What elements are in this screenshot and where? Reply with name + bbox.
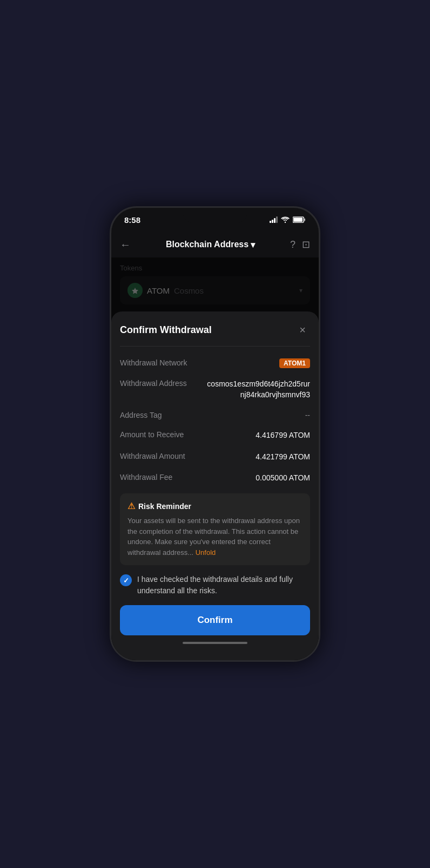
detail-value-fee: 0.005000 ATOM [256,473,310,484]
detail-label-withdrawal: Withdrawal Amount [120,452,185,460]
modal-title: Confirm Withdrawal [120,324,212,336]
nav-actions: ? ⊡ [290,239,310,250]
detail-row-fee: Withdrawal Fee 0.005000 ATOM [120,467,310,489]
battery-icon [293,216,306,223]
detail-value-receive: 4.416799 ATOM [256,430,310,441]
detail-label-tag: Address Tag [120,411,162,419]
risk-text: Your assets will be sent to the withdraw… [127,516,303,558]
scroll-content: Tokens ATOM Cosmos ▾ Withdrawal Network [111,257,319,662]
status-bar: 8:58 [111,208,319,232]
checkbox-check: ✓ [123,577,129,585]
detail-label-network: Withdrawal Network [120,358,187,367]
modal-header: Confirm Withdrawal × [120,322,310,337]
detail-label-address: Withdrawal Address [120,379,187,388]
scan-icon[interactable]: ⊡ [302,239,310,250]
modal-close-button[interactable]: × [295,322,310,337]
divider [120,346,310,347]
page-title: Blockchain Address ▾ [166,240,255,250]
detail-row-withdrawal: Withdrawal Amount 4.421799 ATOM [120,446,310,468]
checkbox-icon: ✓ [120,574,132,586]
confirm-button[interactable]: Confirm [120,605,310,635]
detail-row-address: Withdrawal Address cosmos1eszm9d6t46jzh2… [120,374,310,405]
warning-icon: ⚠ [127,501,135,511]
home-bar [183,642,247,644]
detail-row-tag: Address Tag -- [120,405,310,425]
network-badge: ATOM1 [279,358,310,368]
svg-rect-1 [304,219,305,221]
unfold-link[interactable]: Unfold [196,548,216,557]
modal-overlay: Confirm Withdrawal × Withdrawal Network … [111,257,319,662]
detail-value-address: cosmos1eszm9d6t46jzh2d5rurnj84rka0rvjhsm… [205,379,310,400]
signal-icon [270,216,278,223]
checkbox-label: I have checked the withdrawal details an… [137,574,310,596]
detail-row-network: Withdrawal Network ATOM1 [120,353,310,374]
wifi-icon [281,216,290,223]
risk-reminder-box: ⚠ Risk Reminder Your assets will be sent… [120,493,310,565]
nav-header: ← Blockchain Address ▾ ? ⊡ [111,232,319,257]
risk-title: ⚠ Risk Reminder [127,501,303,511]
home-indicator [120,635,310,650]
detail-label-receive: Amount to Receive [120,430,184,439]
detail-value-withdrawal: 4.421799 ATOM [256,452,310,463]
svg-rect-2 [293,218,303,221]
modal-sheet: Confirm Withdrawal × Withdrawal Network … [111,311,319,662]
detail-label-fee: Withdrawal Fee [120,473,172,482]
phone-frame: 8:58 ← Blockchain Address ▾ ? ⊡ [110,206,320,662]
notch [183,208,247,223]
checkbox-row[interactable]: ✓ I have checked the withdrawal details … [120,574,310,596]
back-button[interactable]: ← [120,239,131,251]
detail-row-receive: Amount to Receive 4.416799 ATOM [120,425,310,446]
detail-value-tag: -- [305,411,310,419]
status-right [270,216,306,223]
help-icon[interactable]: ? [290,239,295,250]
title-dropdown-arrow: ▾ [251,240,255,250]
status-time: 8:58 [124,215,140,225]
